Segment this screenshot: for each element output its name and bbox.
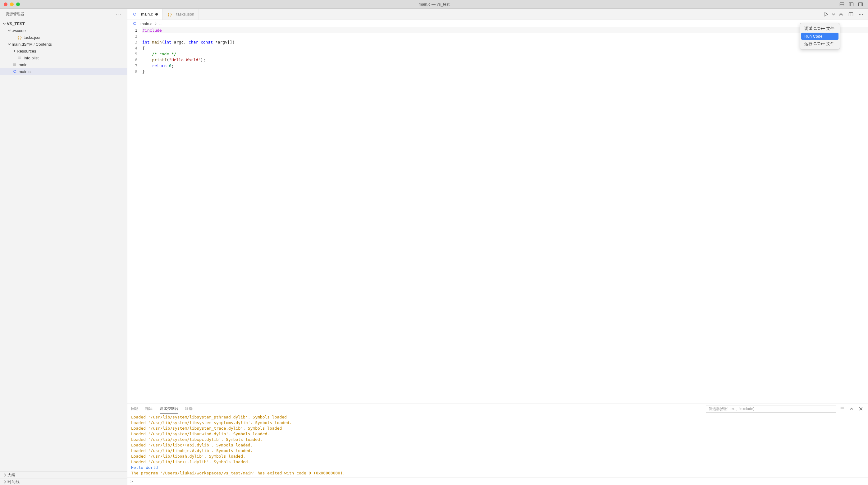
code-line[interactable]: [142, 33, 868, 39]
explorer-more-icon[interactable]: ···: [116, 11, 121, 17]
outline-label: 大纲: [7, 472, 16, 478]
line-gutter: 12345678: [127, 27, 142, 403]
chevron-right-icon: [2, 480, 7, 484]
layout-panel-icon[interactable]: [838, 1, 846, 7]
chevron-down-icon: [7, 29, 12, 32]
chevron-down-icon: [2, 22, 7, 26]
split-editor-icon[interactable]: [846, 10, 856, 18]
explorer-title: 资源管理器: [6, 11, 24, 17]
titlebar-right: [838, 1, 868, 7]
close-panel-icon[interactable]: [858, 405, 864, 412]
tree-item[interactable]: main: [0, 61, 127, 68]
svg-point-17: [862, 14, 863, 14]
svg-rect-4: [859, 2, 863, 6]
console-line: Loaded '/usr/lib/system/libunwind.dylib'…: [131, 431, 864, 437]
console-line: Loaded '/usr/lib/libc++.1.dylib'. Symbol…: [131, 459, 864, 465]
panel-tab-bar: 问题输出调试控制台终端: [127, 404, 868, 414]
dropdown-item[interactable]: 调试 C/C++ 文件: [801, 25, 838, 33]
tree-item-label: Info.plist: [24, 56, 38, 60]
tree-item[interactable]: .vscode: [0, 27, 127, 34]
panel-tab[interactable]: 终端: [185, 404, 193, 413]
titlebar: main.c — vs_test: [0, 0, 868, 9]
svg-rect-2: [849, 2, 854, 6]
debug-console-output[interactable]: Loaded '/usr/lib/system/libsystem_pthrea…: [127, 414, 868, 478]
tree-item-label: Resources: [17, 49, 36, 54]
sidebar: 资源管理器 ··· VS_TEST .vscode{ }tasks.jsonma…: [0, 9, 127, 485]
sidebar-bottom: 大纲 时间线: [0, 471, 127, 485]
collapse-panel-icon[interactable]: [848, 405, 855, 412]
more-actions-icon[interactable]: [857, 10, 865, 18]
console-line: Hello World: [131, 465, 864, 470]
tree-item-label: tasks.json: [24, 35, 42, 40]
console-line: Loaded '/usr/lib/libc++abi.dylib'. Symbo…: [131, 443, 864, 448]
code-line[interactable]: printf("Hello World");: [142, 57, 868, 63]
explorer-header: 资源管理器 ···: [0, 9, 127, 20]
window-controls: [0, 2, 20, 6]
breadcrumb[interactable]: C main.c ...: [127, 20, 868, 27]
code-line[interactable]: #include: [142, 27, 868, 33]
svg-point-12: [840, 13, 842, 15]
code-line[interactable]: int main(int argc, char const *argv[]): [142, 39, 868, 45]
code-content[interactable]: #include int main(int argc, char const *…: [142, 27, 868, 403]
tree-item[interactable]: { }tasks.json: [0, 34, 127, 41]
svg-point-15: [859, 14, 860, 14]
run-dropdown-button[interactable]: [831, 10, 836, 18]
run-dropdown-menu: 调试 C/C++ 文件Run Code运行 C/C++ 文件: [800, 23, 840, 50]
code-line[interactable]: }: [142, 69, 868, 75]
svg-rect-0: [840, 2, 844, 6]
tree-item[interactable]: Info.plist: [0, 54, 127, 61]
tree-root-label: VS_TEST: [7, 22, 25, 26]
editor-tab[interactable]: { }tasks.json: [162, 9, 199, 20]
code-line[interactable]: return 0;: [142, 63, 868, 69]
outline-section[interactable]: 大纲: [0, 471, 127, 478]
code-editor[interactable]: 12345678 #include int main(int argc, cha…: [127, 27, 868, 403]
tree-item[interactable]: main.dSYM/Contents: [0, 41, 127, 48]
console-line: The program '/Users/liukai/workspaces/vs…: [131, 470, 864, 476]
filter-input[interactable]: [706, 405, 836, 412]
window-title: main.c — vs_test: [418, 2, 450, 6]
editor-column: Cmain.c{ }tasks.json C: [127, 9, 868, 485]
dropdown-item[interactable]: 运行 C/C++ 文件: [801, 40, 838, 48]
word-wrap-icon[interactable]: [839, 405, 846, 412]
layout-right-icon[interactable]: [857, 1, 864, 7]
chevron-right-icon: [154, 22, 157, 26]
c-file-icon: C: [132, 22, 137, 26]
layout-sidebar-icon[interactable]: [847, 1, 855, 7]
editor-tab[interactable]: Cmain.c: [127, 9, 162, 20]
chevron-down-icon: [7, 42, 12, 46]
panel-tab[interactable]: 输出: [145, 404, 153, 413]
settings-icon[interactable]: [837, 10, 845, 18]
code-line[interactable]: /* code */: [142, 51, 868, 57]
code-line[interactable]: {: [142, 45, 868, 51]
console-line: Loaded '/usr/lib/liboah.dylib'. Symbols …: [131, 454, 864, 459]
panel-tab[interactable]: 问题: [131, 404, 138, 413]
minimize-window-button[interactable]: [10, 2, 14, 6]
debug-console-input[interactable]: >: [127, 478, 868, 485]
breadcrumb-file: main.c: [141, 22, 152, 26]
dropdown-item[interactable]: Run Code: [801, 33, 838, 40]
tree-item-label: main.dSYM/Contents: [12, 42, 52, 47]
tab-bar: Cmain.c{ }tasks.json: [127, 9, 868, 20]
panel-tab[interactable]: 调试控制台: [160, 404, 178, 413]
chevron-right-icon: [2, 473, 7, 477]
fullscreen-window-button[interactable]: [16, 2, 20, 6]
tree-item[interactable]: Cmain.c: [0, 68, 127, 75]
console-line: Loaded '/usr/lib/system/libsystem_sympto…: [131, 420, 864, 426]
c-file-icon: C: [132, 12, 137, 17]
tab-label: tasks.json: [176, 12, 194, 17]
c-file-icon: C: [12, 69, 18, 74]
bottom-panel: 问题输出调试控制台终端 Loaded '/usr/lib/system/libs…: [127, 403, 868, 485]
tree-item[interactable]: Resources: [0, 48, 127, 54]
dirty-indicator-icon: [155, 13, 158, 16]
close-window-button[interactable]: [4, 2, 7, 6]
run-button[interactable]: [822, 10, 830, 18]
console-line: Loaded '/usr/lib/system/libsystem_pthrea…: [131, 415, 864, 420]
file-icon: [12, 63, 18, 66]
svg-point-16: [861, 14, 861, 14]
tree-root[interactable]: VS_TEST: [0, 20, 127, 27]
timeline-section[interactable]: 时间线: [0, 478, 127, 485]
timeline-label: 时间线: [7, 479, 20, 485]
repl-prompt: >: [130, 479, 133, 484]
tab-actions: [822, 9, 868, 20]
chevron-right-icon: [12, 49, 17, 53]
